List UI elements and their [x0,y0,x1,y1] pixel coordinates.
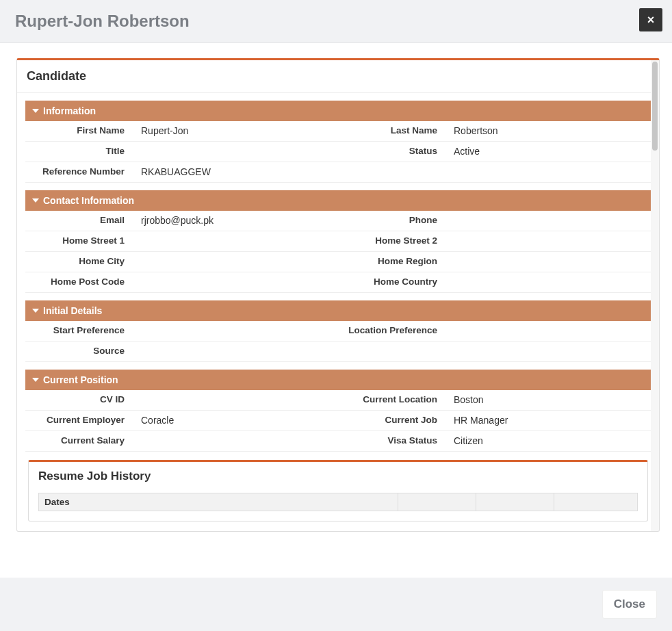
chevron-down-icon [32,378,39,382]
row-post-country: Home Post Code Home Country [25,272,651,293]
label-first-name: First Name [25,121,131,141]
section-label-contact: Contact Information [43,195,134,206]
value-reference: RKABUAGGEW [131,162,338,182]
row-startpref-locpref: Start Preference Location Preference [25,321,651,342]
value-visa: Citizen [444,431,651,451]
section-header-information[interactable]: Information [25,101,651,121]
row-title-status: Title Status Active [25,142,651,162]
label-start-pref: Start Preference [25,321,131,341]
col-blank-3 [554,493,638,511]
value-home-post [131,272,338,292]
candidate-modal: Rupert-Jon Robertson × Candidate Informa… [0,0,672,631]
label-source: Source [25,342,131,361]
value-home-region [444,252,651,272]
label-email: Email [25,211,131,231]
section-header-contact[interactable]: Contact Information [25,190,651,211]
section-label-information: Information [43,105,96,116]
resume-history-table: Dates [29,493,647,521]
footer-gap [0,542,672,578]
candidate-card: Candidate Information First Name Rupert-… [17,60,659,521]
label-home-city: Home City [25,252,131,272]
value-last-name: Robertson [444,121,651,141]
value-cur-job: HR Manager [444,411,651,430]
label-visa: Visa Status [338,431,444,451]
value-home-country [444,272,651,292]
col-dates: Dates [39,493,398,511]
value-email: rjrobbo@puck.pk [131,211,338,231]
row-source: Source [25,342,651,362]
label-home-street2: Home Street 2 [338,231,444,251]
label-cur-loc: Current Location [338,390,444,410]
label-cur-emp: Current Employer [25,411,131,430]
col-blank-1 [398,493,476,511]
value-cv-id [131,390,338,410]
row-street12: Home Street 1 Home Street 2 [25,231,651,252]
section-body-position: CV ID Current Location Boston Current Em… [25,390,651,452]
modal-footer: Close [0,578,672,631]
row-first-last: First Name Rupert-Jon Last Name Robertso… [25,121,651,142]
label-cur-job: Current Job [338,411,444,430]
section-header-position[interactable]: Current Position [25,370,651,390]
section-body-information: First Name Rupert-Jon Last Name Robertso… [25,121,651,183]
label-home-region: Home Region [338,252,444,272]
label-home-post: Home Post Code [25,272,131,292]
value-cur-sal [131,431,338,451]
chevron-down-icon [32,109,39,113]
resume-history-card: Resume Job History Dates [28,460,648,521]
modal-title: Rupert-Jon Robertson [15,12,190,31]
col-blank-2 [476,493,554,511]
value-start-pref [131,321,338,341]
modal-body: Candidate Information First Name Rupert-… [0,43,672,542]
value-first-name: Rupert-Jon [131,121,338,141]
value-status: Active [444,142,651,162]
scrollbar[interactable] [651,60,659,531]
modal-header: Rupert-Jon Robertson × [0,0,672,43]
row-city-region: Home City Home Region [25,252,651,272]
section-body-initial: Start Preference Location Preference Sou… [25,321,651,362]
row-reference: Reference Number RKABUAGGEW [25,162,651,183]
label-title: Title [25,142,131,162]
value-title [131,142,338,162]
label-cv-id: CV ID [25,390,131,410]
chevron-down-icon [32,198,39,203]
value-home-street2 [444,231,651,251]
value-phone [444,211,651,231]
row-curemp-curjob: Current Employer Coracle Current Job HR … [25,411,651,431]
label-cur-sal: Current Salary [25,431,131,451]
label-phone: Phone [338,211,444,231]
label-status: Status [338,142,444,162]
scrollbar-thumb[interactable] [652,62,658,151]
row-cvid-curloc: CV ID Current Location Boston [25,390,651,411]
section-label-initial: Initial Details [43,305,102,316]
value-source [131,342,338,361]
row-email-phone: Email rjrobbo@puck.pk Phone [25,211,651,231]
card-title: Candidate [17,60,659,93]
chevron-down-icon [32,309,39,313]
row-cursal-visa: Current Salary Visa Status Citizen [25,431,651,452]
label-last-name: Last Name [338,121,444,141]
section-body-contact: Email rjrobbo@puck.pk Phone Home Street … [25,211,651,293]
value-loc-pref [444,321,651,341]
label-loc-pref: Location Preference [338,321,444,341]
label-home-street1: Home Street 1 [25,231,131,251]
resume-history-title: Resume Job History [29,462,647,493]
label-home-country: Home Country [338,272,444,292]
value-home-city [131,252,338,272]
value-cur-loc: Boston [444,390,651,410]
value-home-street1 [131,231,338,251]
close-button[interactable]: Close [602,590,657,619]
section-label-position: Current Position [43,374,118,385]
close-x-glyph: × [647,14,655,26]
label-reference: Reference Number [25,162,131,182]
value-cur-emp: Coracle [131,411,338,430]
scroll-area[interactable]: Candidate Information First Name Rupert-… [16,58,660,532]
close-icon[interactable]: × [639,8,662,31]
section-header-initial[interactable]: Initial Details [25,300,651,321]
